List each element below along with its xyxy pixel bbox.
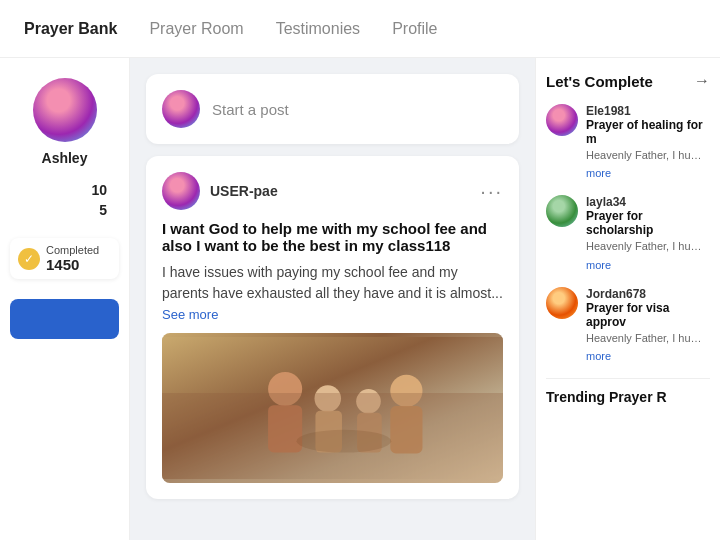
stat-number-2: 5 [99, 202, 107, 218]
arrow-right-icon[interactable]: → [694, 72, 710, 90]
lets-complete-label: Let's Complete [546, 73, 653, 90]
prayer-item-1: Ele1981 Prayer of healing for m Heavenly… [546, 104, 710, 181]
start-post-card[interactable]: Start a post [146, 74, 519, 144]
svg-point-3 [315, 385, 342, 412]
action-button[interactable] [10, 299, 119, 339]
prayer-title-3: Prayer for visa approv [586, 301, 710, 329]
prayer-user-1: Ele1981 [586, 104, 710, 118]
prayer-more-1[interactable]: more [586, 167, 611, 179]
see-more-link[interactable]: See more [162, 307, 218, 322]
svg-rect-8 [390, 406, 422, 453]
left-sidebar: Ashley 10 5 ✓ Completed 1450 [0, 58, 130, 540]
svg-point-7 [390, 375, 422, 407]
stat-number-1: 10 [91, 182, 107, 198]
prayer-text-3: Heavenly Father, I humbly as my beloved … [586, 331, 710, 346]
prayer-item-2: layla34 Prayer for scholarship Heavenly … [546, 195, 710, 272]
post-user-info: USER-pae [162, 172, 278, 210]
trending-prayer-label: Trending Prayer R [546, 378, 710, 405]
completed-label: Completed [46, 244, 99, 256]
prayer-more-3[interactable]: more [586, 350, 611, 362]
prayer-user-3: Jordan678 [586, 287, 710, 301]
prayer-avatar-3 [546, 287, 578, 319]
prayer-title-1: Prayer of healing for m [586, 118, 710, 146]
prayer-avatar-1 [546, 104, 578, 136]
nav-prayer-bank[interactable]: Prayer Bank [24, 20, 117, 38]
right-sidebar-header: Let's Complete → [546, 72, 710, 90]
svg-rect-4 [315, 411, 342, 453]
avatar [33, 78, 97, 142]
stat-row-1: 10 [10, 182, 119, 198]
post-image-svg [162, 333, 503, 483]
nav-profile[interactable]: Profile [392, 20, 437, 38]
svg-point-5 [356, 389, 381, 414]
prayer-user-2: layla34 [586, 195, 710, 209]
nav-prayer-room[interactable]: Prayer Room [149, 20, 243, 38]
svg-rect-2 [268, 405, 302, 452]
svg-point-9 [297, 430, 392, 453]
post-username: USER-pae [210, 183, 278, 199]
prayer-avatar-2 [546, 195, 578, 227]
post-user-avatar [162, 172, 200, 210]
start-post-input[interactable]: Start a post [212, 101, 503, 118]
completed-badge: ✓ Completed 1450 [10, 238, 119, 279]
svg-rect-0 [162, 337, 503, 479]
post-options-menu[interactable]: ··· [480, 180, 503, 203]
right-sidebar: Let's Complete → Ele1981 Prayer of heali… [535, 58, 720, 540]
check-icon: ✓ [18, 248, 40, 270]
stat-row-2: 5 [10, 202, 119, 218]
svg-rect-6 [357, 413, 382, 453]
completed-count: 1450 [46, 256, 99, 273]
current-user-avatar [162, 90, 200, 128]
nav-testimonies[interactable]: Testimonies [276, 20, 360, 38]
post-card: USER-pae ··· I want God to help me with … [146, 156, 519, 499]
prayer-title-2: Prayer for scholarship [586, 209, 710, 237]
svg-point-1 [268, 372, 302, 406]
post-body: I have issues with paying my school fee … [162, 262, 503, 325]
center-feed: Start a post USER-pae ··· I want God to … [130, 58, 535, 540]
prayer-more-2[interactable]: more [586, 259, 611, 271]
username-label: Ashley [42, 150, 88, 166]
main-content: Ashley 10 5 ✓ Completed 1450 Start a pos… [0, 58, 720, 540]
post-image [162, 333, 503, 483]
prayer-item-3: Jordan678 Prayer for visa approv Heavenl… [546, 287, 710, 364]
post-title: I want God to help me with my school fee… [162, 220, 503, 254]
navigation: Prayer Bank Prayer Room Testimonies Prof… [0, 0, 720, 58]
prayer-text-2: Heavenly Father, I humbly as my beloved … [586, 239, 710, 254]
post-header: USER-pae ··· [162, 172, 503, 210]
prayer-text-1: Heavenly Father, I humbly as my beloved … [586, 148, 710, 163]
